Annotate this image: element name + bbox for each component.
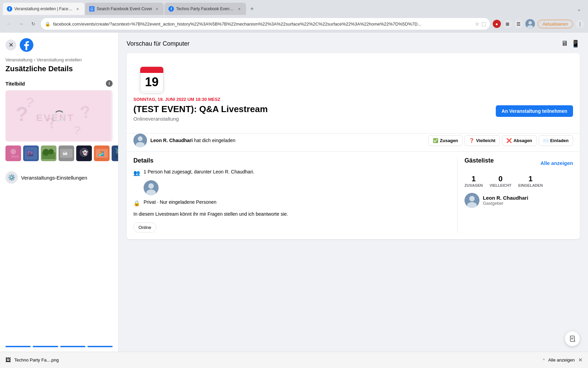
thumbnail-4[interactable]: 🏔	[59, 145, 74, 161]
url-bar[interactable]: 🔒 facebook.com/events/create/?acontext=%…	[41, 18, 490, 30]
reload-button[interactable]: ↻	[29, 19, 38, 29]
tab-close-2[interactable]: ✕	[154, 6, 160, 12]
thumbnail-3[interactable]	[41, 145, 56, 161]
details-title: Details	[133, 157, 452, 164]
host-name: Leon R. Chaudhari	[150, 138, 194, 143]
tab-favicon-2: G	[89, 6, 95, 12]
sidebar: ✕ Veranstaltung › Veranstaltung erstelle…	[0, 33, 118, 368]
url-text: facebook.com/events/create/?acontext=%7B…	[53, 21, 472, 27]
progress-bars	[5, 339, 113, 347]
tab-search[interactable]: G Search Facebook Event Cover ✕	[85, 3, 164, 15]
zusagen-button[interactable]: ✅ Zusagen	[428, 135, 462, 146]
stat-vielleicht: 0 VIELLEICHT	[490, 174, 511, 187]
join-event-button[interactable]: An Veranstaltung teilnehmen	[496, 105, 573, 117]
svg-text:????: ????	[11, 155, 19, 159]
settings-icon: ⚙️	[5, 171, 18, 184]
profile-icon[interactable]: ☰	[514, 20, 523, 28]
guests-header: Gästeliste Alle anzeigen	[464, 157, 573, 169]
tab-title-2: Search Facebook Event Cover	[97, 6, 152, 11]
address-bar: ← → ↻ 🔒 facebook.com/events/create/?acon…	[0, 15, 588, 33]
breadcrumb: Veranstaltung › Veranstaltung erstellen	[5, 57, 113, 62]
stat-eingeladen: 1 EINGELADEN	[518, 174, 543, 187]
event-card: 19 SONNTAG, 19. JUNI 2022 UM 18:30 MESZ …	[127, 53, 580, 239]
floating-action-button[interactable]	[565, 331, 580, 346]
vielleicht-button[interactable]: ❓ Vielleicht	[464, 135, 500, 146]
event-info: SONNTAG, 19. JUNI 2022 UM 18:30 MESZ (TE…	[127, 93, 580, 133]
tab-techno[interactable]: f Techno Party Facebook Event ... ✕	[164, 3, 246, 15]
guest-info: Leon R. Chaudhari Gastgeber	[483, 195, 528, 206]
screenshot-icon[interactable]: ⬚	[481, 21, 486, 27]
alle-anzeigen-link[interactable]: Alle anzeigen	[540, 160, 573, 166]
svg-text:🏔: 🏔	[63, 151, 67, 156]
svg-point-39	[469, 196, 475, 201]
sidebar-header: ✕	[5, 38, 113, 52]
new-tab-button[interactable]: +	[247, 4, 257, 14]
svg-text:🏄: 🏄	[98, 151, 104, 156]
einladen-button[interactable]: ✉️ Einladen	[539, 135, 573, 146]
loading-spinner-container	[54, 110, 65, 121]
download-file-icon: 🖼	[5, 357, 11, 363]
thumbnail-1[interactable]: ????	[5, 145, 21, 161]
preview-icons: 🖥 📱	[561, 40, 580, 48]
privacy-row: 🔒 Privat · Nur eingeladene Personen	[133, 199, 452, 206]
stat-zusagen: 1 ZUSAGEN	[464, 174, 483, 187]
page-title: Zusätzliche Details	[5, 64, 113, 73]
absagen-button[interactable]: ❌ Absagen	[502, 135, 537, 146]
extensions-icon[interactable]: ●	[493, 20, 501, 28]
tab-title-3: Techno Party Facebook Event ...	[176, 6, 234, 11]
tab-expand-button[interactable]: ⌄	[575, 4, 583, 14]
thumbnail-6[interactable]: 🏄	[94, 145, 110, 161]
thumbnail-7[interactable]: 🌃	[112, 145, 118, 161]
guests-title: Gästeliste	[464, 157, 494, 164]
loading-spinner	[54, 110, 65, 121]
thumbnail-5[interactable]: 👻	[76, 145, 92, 161]
event-name: (TEST EVENT): Q&A Livestream	[133, 104, 268, 114]
puzzle-icon[interactable]: ⊞	[504, 20, 512, 28]
menu-button[interactable]: ⋮	[576, 20, 584, 28]
show-all-downloads-link[interactable]: Alle anzeigen	[548, 357, 575, 363]
preview-header: Vorschau für Computer 🖥 📱	[127, 40, 580, 48]
tab-close-1[interactable]: ✕	[75, 6, 80, 12]
tab-close-3[interactable]: ✕	[236, 6, 242, 12]
preview-title: Vorschau für Computer	[127, 40, 190, 47]
guest-stats: 1 ZUSAGEN 0 VIELLEICHT 1 EINGELADEN	[464, 174, 573, 187]
thumbnail-2[interactable]: 🌆	[23, 145, 39, 161]
zusagen-check-icon: ✅	[433, 138, 438, 143]
forward-nav-button[interactable]: →	[16, 19, 26, 29]
download-expand-button[interactable]: ^	[543, 358, 545, 363]
close-download-bar-button[interactable]: ✕	[578, 357, 583, 363]
thumbnail-strip: ???? 🌆 🏔 👻 🏄 🌃	[5, 145, 113, 161]
info-icon[interactable]: i	[106, 80, 113, 87]
event-type: Onlineveranstaltung	[133, 116, 268, 122]
back-nav-button[interactable]: ←	[4, 19, 14, 29]
breadcrumb-parent[interactable]: Veranstaltung	[5, 57, 33, 62]
tab-title-1: Veranstaltung erstellen | Faceb...	[14, 6, 73, 11]
svg-text:🌆: 🌆	[27, 150, 33, 156]
svg-text:👻: 👻	[82, 150, 88, 156]
settings-row[interactable]: ⚙️ Veranstaltungs-Einstellungen	[5, 168, 113, 187]
cover-upload-area[interactable]: ? ? ? ? ? EVENT	[5, 90, 113, 141]
desktop-preview-icon[interactable]: 🖥	[561, 40, 568, 48]
online-tag-button[interactable]: Online	[133, 223, 157, 232]
update-button[interactable]: Aktualisieren	[538, 20, 573, 28]
details-section: Details 👥 1 Person hat zugesagt, darunte…	[133, 157, 452, 232]
browser-actions: ● ⊞ ☰ Aktualisieren ⋮	[493, 19, 584, 29]
breadcrumb-child[interactable]: Veranstaltung erstellen	[37, 57, 82, 62]
host-text: Leon R. Chaudhari hat dich eingeladen	[150, 138, 235, 143]
mobile-preview-icon[interactable]: 📱	[571, 40, 580, 48]
tab-favicon-3: f	[168, 6, 174, 12]
host-invite-text: hat dich eingeladen	[194, 138, 235, 143]
progress-bar-4	[87, 346, 113, 347]
event-description: In diesem Livestream könnt ihr mir Frage…	[133, 211, 452, 218]
settings-label: Veranstaltungs-Einstellungen	[21, 175, 87, 181]
calendar-top	[140, 67, 163, 73]
tab-facebook-events[interactable]: f Veranstaltung erstellen | Faceb... ✕	[3, 3, 84, 15]
attendees-row: 👥 1 Person hat zugesagt, darunter Leon R…	[133, 169, 452, 176]
stat-vielleicht-num: 0	[490, 174, 511, 183]
breadcrumb-separator: ›	[34, 57, 35, 62]
close-button[interactable]: ✕	[5, 40, 16, 50]
bookmark-icon[interactable]: ☆	[475, 21, 479, 27]
tab-favicon-1: f	[7, 6, 12, 12]
user-avatar[interactable]	[525, 19, 535, 29]
attendees-text: 1 Person hat zugesagt, darunter Leon R. …	[144, 169, 254, 174]
